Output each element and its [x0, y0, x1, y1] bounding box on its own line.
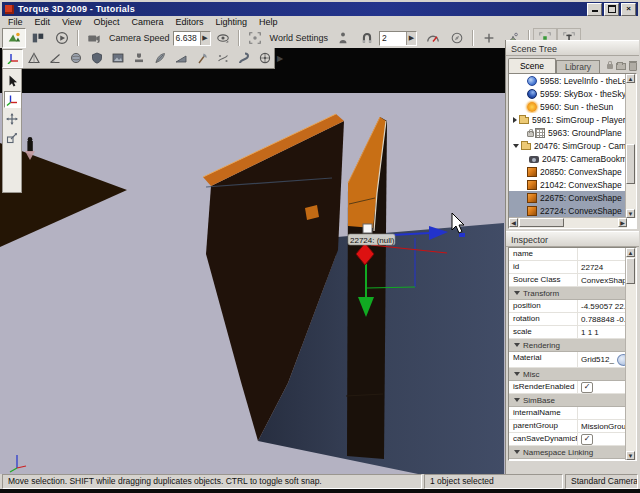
convexshape-icon — [527, 167, 537, 177]
tree-item-groundplane[interactable]: 5963: GroundPlane — [509, 126, 636, 139]
tree-horizontal-scrollbar[interactable]: ◀ ▶ — [509, 217, 627, 228]
visibility-button[interactable] — [211, 28, 235, 48]
inspector-row-sourceclass[interactable]: Source Class ConvexShape — [509, 274, 636, 287]
tree-item-camerabookmark[interactable]: 20475: CameraBookmark — [509, 152, 636, 165]
tab-library[interactable]: Library — [556, 60, 600, 73]
minimize-icon — [592, 10, 598, 12]
snap-size-value: 2 — [380, 33, 406, 43]
four-way-arrows-icon — [6, 113, 18, 125]
tree-item-convexshape-21042[interactable]: 21042: ConvexShape — [509, 178, 636, 191]
inspector-section-misc[interactable]: Misc — [509, 368, 636, 381]
snap-toggle-button[interactable] — [355, 28, 379, 48]
scale-tool-button[interactable] — [4, 129, 21, 146]
inspector-row-cansavedynamic[interactable]: canSaveDynamicF — [509, 433, 636, 446]
angle-tool-button[interactable] — [44, 49, 65, 68]
frame-selection-button[interactable] — [243, 28, 267, 48]
tree-item-convexshape-22675[interactable]: 22675: ConvexShape — [509, 191, 636, 204]
tree-item-convexshape-22724[interactable]: 22724: ConvexShape — [509, 204, 636, 217]
tree-item-simgroup-player[interactable]: 5961: SimGroup - PlayerDro — [509, 113, 636, 126]
sphere-tool-button[interactable] — [65, 49, 86, 68]
tree-item-convexshape-20850[interactable]: 20850: ConvexShape — [509, 165, 636, 178]
world-editor-button[interactable] — [2, 28, 26, 48]
folder-icon[interactable] — [616, 63, 626, 70]
menu-file[interactable]: File — [2, 17, 29, 27]
inspector-row-name[interactable]: name — [509, 248, 636, 261]
wheel-tool-button[interactable] — [254, 49, 275, 68]
scatter-icon — [217, 52, 229, 64]
prism-tool-button[interactable] — [23, 49, 44, 68]
tree-vertical-scrollbar[interactable]: ▲ ▼ — [625, 74, 636, 218]
inspector-section-transform[interactable]: Transform — [509, 287, 636, 300]
menu-view[interactable]: View — [56, 17, 87, 27]
menu-object[interactable]: Object — [87, 17, 125, 27]
folder-icon — [521, 143, 531, 150]
pan-tool-button[interactable] — [4, 110, 21, 127]
inspector-row-rotation[interactable]: rotation 0.788848 -0.43 — [509, 313, 636, 326]
tree-item-levelinfo[interactable]: 5958: LevelInfo - theLevelIn — [509, 74, 636, 87]
inspector-row-id[interactable]: id 22724 — [509, 261, 636, 274]
isrenderenabled-checkbox[interactable] — [581, 382, 593, 393]
inspector-row-parentgroup[interactable]: parentGroup MissionGroup — [509, 420, 636, 433]
inspector-row-superclass[interactable]: superClass — [509, 459, 636, 461]
status-bar: Move selection. SHIFT while dragging dup… — [2, 474, 638, 489]
tab-scene[interactable]: Scene — [508, 58, 556, 73]
expander-collapsed-icon[interactable] — [513, 117, 517, 123]
move-tool-button[interactable] — [4, 91, 21, 108]
inspector-vertical-scrollbar[interactable]: ▲ ▼ — [625, 248, 636, 460]
expander-expanded-icon[interactable] — [513, 144, 519, 148]
image-tool-button[interactable] — [107, 49, 128, 68]
menu-lighting[interactable]: Lighting — [209, 17, 253, 27]
menu-editors[interactable]: Editors — [169, 17, 209, 27]
groundplane-icon — [535, 128, 545, 138]
road-tool-button[interactable] — [233, 49, 254, 68]
inspector-section-simbase[interactable]: SimBase — [509, 394, 636, 407]
cansavedynamic-checkbox[interactable] — [581, 434, 593, 445]
menu-edit[interactable]: Edit — [29, 17, 57, 27]
play-button[interactable] — [50, 28, 74, 48]
toolbar-overflow-icon[interactable]: ▶ — [277, 54, 283, 63]
axis-gizmo-icon — [7, 52, 19, 64]
camera-menu-button[interactable] — [82, 28, 106, 48]
select-tool-button[interactable] — [4, 72, 21, 89]
close-button[interactable]: × — [621, 3, 636, 16]
levelinfo-icon — [527, 76, 537, 86]
viewport-3d[interactable]: 22724: (null) — [0, 48, 505, 474]
feather-tool-button[interactable] — [149, 49, 170, 68]
inspector-row-material[interactable]: Material Grid512_ — [509, 352, 636, 368]
menu-camera[interactable]: Camera — [125, 17, 169, 27]
inspector-row-scale[interactable]: scale 1 1 1 — [509, 326, 636, 339]
maximize-button[interactable] — [604, 3, 619, 16]
section-collapse-icon — [514, 343, 520, 347]
tree-item-sun[interactable]: 5960: Sun - theSun — [509, 100, 636, 113]
snap-size-spinner[interactable]: 2 ▶ — [379, 31, 417, 46]
magnet-icon — [360, 31, 374, 45]
orientation-button[interactable] — [445, 28, 469, 48]
stamp-tool-button[interactable] — [128, 49, 149, 68]
camera-speed-spinner-arrow[interactable]: ▶ — [200, 32, 210, 45]
snap-size-spinner-arrow[interactable]: ▶ — [406, 32, 416, 45]
minimize-button[interactable] — [587, 3, 602, 16]
ramp-tool-button[interactable] — [170, 49, 191, 68]
tree-item-simgroup-camera[interactable]: 20476: SimGroup - CameraB — [509, 139, 636, 152]
main-toolbar: Camera Speed 6.638 ▶ World Settings 2 ▶ — [2, 28, 505, 48]
gui-editor-button[interactable] — [26, 28, 50, 48]
player-drop-button[interactable] — [331, 28, 355, 48]
inspector-section-namespace[interactable]: Namespace Linking — [509, 446, 636, 459]
scatter-tool-button[interactable] — [212, 49, 233, 68]
add-object-button[interactable] — [477, 28, 501, 48]
soft-snap-button[interactable] — [421, 28, 445, 48]
inspector-section-rendering[interactable]: Rendering — [509, 339, 636, 352]
app-window: { "window": { "title": "Torque 3D 2009 -… — [0, 0, 640, 493]
convexshape-icon — [527, 206, 537, 216]
axe-tool-button[interactable] — [191, 49, 212, 68]
inspector-row-internalname[interactable]: internalName — [509, 407, 636, 420]
lock-icon[interactable] — [607, 64, 613, 69]
camera-speed-spinner[interactable]: 6.638 ▶ — [173, 31, 211, 46]
trash-icon[interactable] — [629, 62, 637, 71]
inspector-row-isrenderenabled[interactable]: isRenderEnabled — [509, 381, 636, 394]
tree-item-skybox[interactable]: 5959: SkyBox - theSky — [509, 87, 636, 100]
inspector-row-position[interactable]: position -4.59057 22.51 — [509, 300, 636, 313]
menu-help[interactable]: Help — [253, 17, 284, 27]
shield-tool-button[interactable] — [86, 49, 107, 68]
gizmo-tool-button[interactable] — [2, 49, 23, 68]
